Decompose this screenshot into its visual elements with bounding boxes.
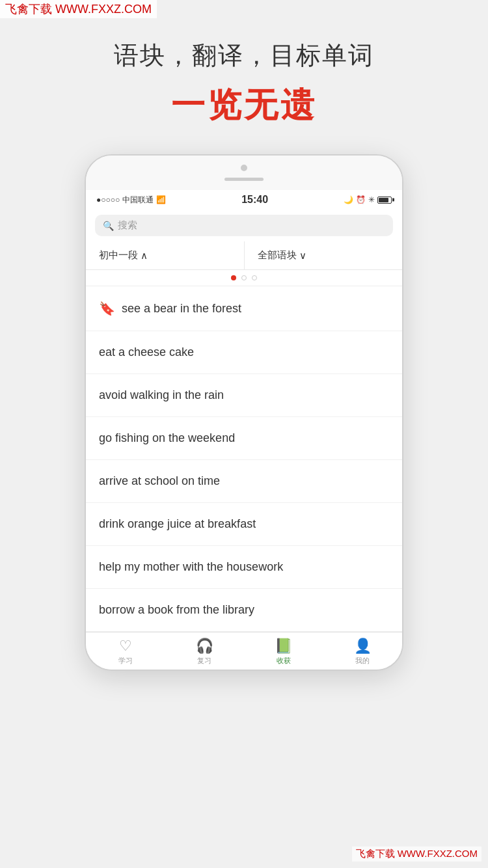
search-input[interactable]: 🔍 搜索	[95, 215, 393, 236]
phrase-text: go fishing on the weekend	[99, 431, 235, 445]
list-item[interactable]: go fishing on the weekend	[86, 417, 402, 460]
tab-harvest-label: 收获	[277, 656, 291, 666]
list-item[interactable]: drink orange juice at breakfast	[86, 503, 402, 546]
tab-bar: ♡ 学习 🎧 复习 📗 收获 👤 我的	[86, 632, 402, 670]
filter-level-label: 初中一段	[99, 249, 138, 262]
list-item[interactable]: borrow a book from the library	[86, 589, 402, 632]
chevron-down-icon: ∨	[299, 250, 306, 262]
tab-review[interactable]: 🎧 复习	[165, 638, 245, 666]
bluetooth-icon: ✳	[368, 195, 375, 204]
dot-2[interactable]	[241, 275, 247, 280]
hero-title: 一览无遗	[0, 83, 488, 128]
status-right: 🌙 ⏰ ✳	[344, 195, 392, 204]
tab-profile[interactable]: 👤 我的	[323, 638, 403, 666]
filter-level[interactable]: 初中一段 ∧	[86, 241, 245, 269]
tab-profile-label: 我的	[355, 656, 370, 666]
top-watermark: 飞禽下载 WWW.FXXZ.COM	[0, 0, 157, 18]
phrase-bookmark-icon: 🔖	[99, 301, 115, 316]
filter-category[interactable]: 全部语块 ∨	[245, 241, 403, 269]
tab-study[interactable]: ♡ 学习	[86, 638, 165, 666]
hero-subtitle: 语块，翻译，目标单词	[0, 39, 488, 72]
moon-icon: 🌙	[344, 195, 353, 204]
status-left: ●○○○○ 中国联通 📶	[96, 195, 166, 206]
hero-section: 语块，翻译，目标单词 一览无遗	[0, 0, 488, 148]
list-item[interactable]: help my mother with the housework	[86, 546, 402, 589]
phrase-text: see a bear in the forest	[122, 302, 241, 316]
search-icon: 🔍	[103, 221, 114, 231]
heart-icon: ♡	[119, 638, 132, 655]
status-bar: ●○○○○ 中国联通 📶 15:40 🌙 ⏰ ✳	[86, 190, 402, 210]
carrier-name: 中国联通	[122, 195, 154, 206]
phone-camera	[241, 165, 247, 171]
dot-3[interactable]	[252, 275, 257, 280]
search-bar[interactable]: 🔍 搜索	[86, 210, 402, 241]
phrase-text: drink orange juice at breakfast	[99, 517, 256, 531]
filter-bar: 初中一段 ∧ 全部语块 ∨	[86, 241, 402, 270]
phone-speaker	[224, 178, 264, 181]
phrase-text: help my mother with the housework	[99, 560, 283, 574]
list-item[interactable]: 🔖 see a bear in the forest	[86, 286, 402, 331]
alarm-icon: ⏰	[356, 195, 366, 204]
list-item[interactable]: eat a cheese cake	[86, 331, 402, 374]
tab-review-label: 复习	[197, 656, 211, 666]
chevron-up-icon: ∧	[141, 250, 148, 262]
dot-1[interactable]	[231, 275, 236, 280]
avatar-icon: 👤	[354, 638, 372, 655]
bottom-watermark-text: 飞禽下载 WWW.FXXZ.COM	[356, 848, 478, 859]
list-item[interactable]: arrive at school on time	[86, 460, 402, 503]
tab-harvest[interactable]: 📗 收获	[244, 638, 323, 666]
phrase-list: 🔖 see a bear in the forest eat a cheese …	[86, 286, 402, 632]
book-icon: 📗	[275, 638, 292, 655]
battery-icon	[377, 197, 392, 204]
list-item[interactable]: avoid walking in the rain	[86, 374, 402, 417]
headphone-icon: 🎧	[196, 638, 213, 655]
wifi-icon: 📶	[156, 195, 166, 204]
phone-mockup: ●○○○○ 中国联通 📶 15:40 🌙 ⏰ ✳ 🔍 搜索	[85, 154, 403, 671]
phone-wrapper: ●○○○○ 中国联通 📶 15:40 🌙 ⏰ ✳ 🔍 搜索	[0, 148, 488, 671]
filter-category-label: 全部语块	[258, 249, 297, 262]
page-dots	[86, 270, 402, 286]
tab-study-label: 学习	[118, 656, 133, 666]
search-placeholder: 搜索	[118, 219, 137, 232]
phrase-text: arrive at school on time	[99, 474, 220, 488]
bottom-watermark: 飞禽下载 WWW.FXXZ.COM	[352, 847, 481, 861]
watermark-text: 飞禽下载 WWW.FXXZ.COM	[5, 3, 152, 16]
signal-dots: ●○○○○	[96, 195, 120, 204]
phrase-text: eat a cheese cake	[99, 346, 194, 359]
phrase-text: avoid walking in the rain	[99, 388, 224, 402]
status-time: 15:40	[241, 194, 268, 206]
phone-top-decoration	[86, 156, 402, 190]
phrase-text: borrow a book from the library	[99, 603, 254, 617]
